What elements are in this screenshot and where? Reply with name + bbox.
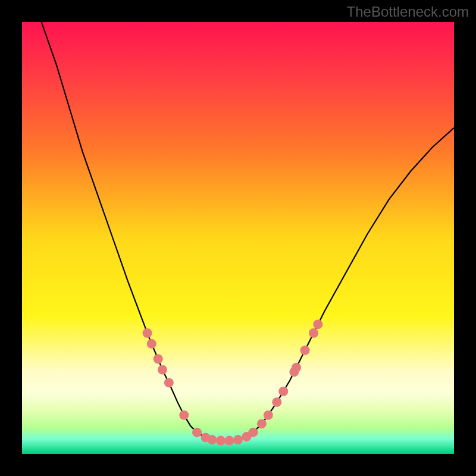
plot-area [22, 22, 454, 454]
watermark-text: TheBottleneck.com [347, 4, 469, 20]
data-marker [292, 363, 301, 372]
data-marker [313, 320, 322, 329]
data-marker [264, 411, 273, 420]
data-marker [309, 328, 318, 338]
chart-background [22, 22, 454, 454]
data-marker [179, 411, 189, 420]
data-marker [224, 436, 234, 445]
data-marker [147, 339, 156, 349]
chart-svg [22, 22, 454, 454]
data-marker [278, 387, 288, 396]
data-marker [233, 435, 243, 444]
data-marker [164, 378, 174, 387]
data-marker [300, 346, 310, 355]
data-marker [154, 354, 163, 364]
data-marker [192, 428, 202, 437]
data-marker [216, 436, 226, 445]
data-marker [207, 435, 217, 444]
data-marker [158, 365, 167, 374]
data-marker [248, 428, 258, 437]
data-marker [257, 419, 267, 428]
data-marker [143, 328, 152, 338]
data-marker [272, 397, 281, 407]
chart-container: TheBottleneck.com [0, 0, 476, 476]
